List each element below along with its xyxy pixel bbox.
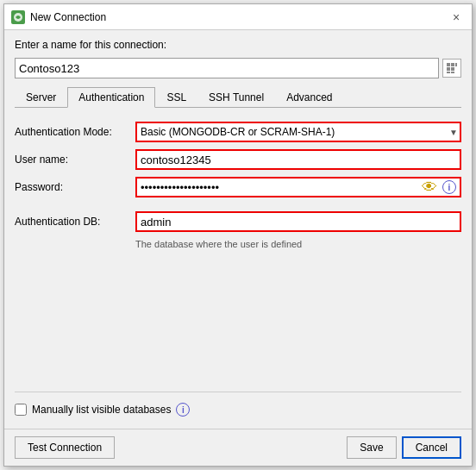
dialog-window: New Connection × Enter a name for this c… (3, 3, 473, 467)
svg-rect-4 (447, 67, 450, 71)
connection-name-label: Enter a name for this connection: (15, 39, 461, 51)
auth-mode-label: Authentication Mode: (15, 126, 135, 138)
tabs-bar: Server Authentication SSL SSH Tunnel Adv… (15, 87, 461, 108)
spacer-1 (15, 204, 461, 211)
username-input[interactable] (135, 149, 461, 170)
content-spacer (15, 256, 461, 385)
auth-db-input[interactable] (135, 211, 461, 232)
auth-db-row: Authentication DB: (15, 211, 461, 232)
password-input[interactable] (135, 177, 461, 197)
auth-mode-select-wrapper: Basic (MONGODB-CR or SCRAM-SHA-1) SCRAM-… (135, 122, 461, 142)
tab-ssh-tunnel[interactable]: SSH Tunnel (197, 87, 275, 108)
svg-rect-5 (451, 67, 454, 71)
svg-rect-7 (451, 72, 454, 73)
password-info-circle[interactable]: i (442, 180, 456, 194)
dialog-footer: Test Connection Save Cancel (4, 429, 472, 466)
dialog-body: Enter a name for this connection: Server… (4, 30, 472, 429)
username-field (135, 149, 461, 170)
password-label: Password: (15, 181, 135, 193)
password-info-icon[interactable]: i (442, 180, 456, 194)
svg-rect-2 (451, 63, 454, 66)
auth-db-label: Authentication DB: (15, 216, 135, 228)
app-icon (11, 10, 25, 24)
auth-db-field (135, 211, 461, 232)
auth-db-hint: The database where the user is defined (135, 239, 461, 249)
tab-authentication[interactable]: Authentication (67, 87, 155, 108)
show-password-icon[interactable]: 👁 (422, 179, 437, 197)
cancel-button[interactable]: Cancel (402, 436, 461, 459)
test-connection-button[interactable]: Test Connection (15, 436, 115, 459)
checkbox-row: Manually list visible databases i (15, 403, 461, 417)
auth-mode-row: Authentication Mode: Basic (MONGODB-CR o… (15, 122, 461, 142)
connection-name-row (15, 58, 461, 78)
manually-list-checkbox[interactable] (15, 404, 27, 416)
save-button[interactable]: Save (347, 436, 396, 459)
svg-rect-3 (455, 63, 457, 66)
checkbox-label: Manually list visible databases (32, 404, 171, 416)
svg-rect-6 (447, 72, 450, 73)
auth-mode-select[interactable]: Basic (MONGODB-CR or SCRAM-SHA-1) SCRAM-… (135, 122, 461, 142)
close-button[interactable]: × (448, 9, 465, 26)
password-row: Password: 👁 i (15, 177, 461, 197)
username-label: User name: (15, 154, 135, 166)
username-row: User name: (15, 149, 461, 170)
divider (15, 392, 461, 392)
tab-server[interactable]: Server (15, 87, 67, 108)
tab-ssl[interactable]: SSL (155, 87, 197, 108)
svg-rect-1 (447, 63, 450, 66)
tab-advanced[interactable]: Advanced (275, 87, 343, 108)
tab-content-authentication: Authentication Mode: Basic (MONGODB-CR o… (15, 113, 461, 420)
checkbox-info-icon[interactable]: i (176, 403, 190, 417)
title-bar: New Connection × (4, 4, 472, 30)
password-field: 👁 i (135, 177, 461, 197)
footer-right: Save Cancel (347, 436, 461, 459)
grid-icon-button[interactable] (442, 59, 461, 78)
connection-name-input[interactable] (15, 58, 439, 78)
dialog-title: New Connection (30, 11, 448, 23)
